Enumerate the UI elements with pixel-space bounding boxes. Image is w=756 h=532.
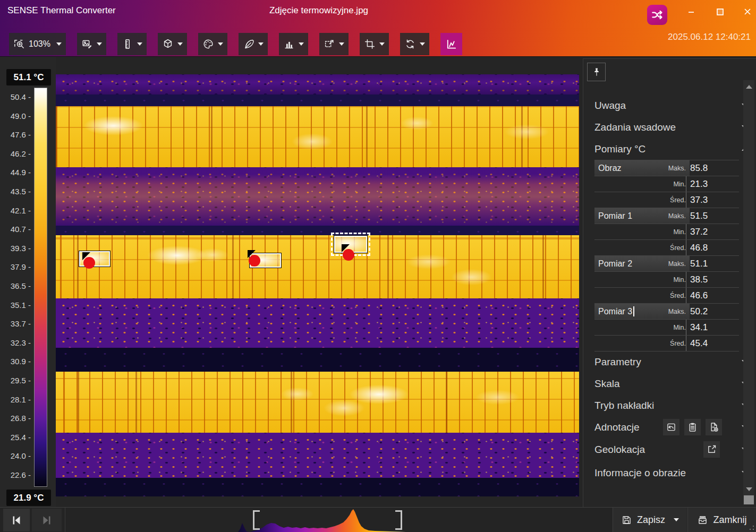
zoom-control-button[interactable]: 103% bbox=[9, 33, 66, 55]
table-row: Śred. 37.3 bbox=[594, 192, 739, 208]
palette-button[interactable] bbox=[198, 33, 227, 55]
stat-value: 34.1 bbox=[686, 320, 739, 335]
view-3d-button[interactable] bbox=[158, 33, 187, 55]
section-label: Tryb nakładki bbox=[594, 400, 654, 411]
app-title: SENSE Thermal Converter bbox=[7, 5, 116, 16]
histogram-button[interactable] bbox=[440, 33, 462, 55]
section-label: Pomiary °C bbox=[594, 143, 645, 155]
annotation-add-note-button[interactable] bbox=[706, 419, 722, 435]
close-file-button[interactable]: Zamknij bbox=[687, 508, 756, 532]
table-row: Min. 21.3 bbox=[594, 176, 739, 192]
annotation-clipboard-button[interactable] bbox=[684, 419, 701, 435]
scrollbar-down-arrow[interactable] bbox=[743, 484, 754, 494]
stat-value: 50.2 bbox=[686, 304, 739, 319]
table-row: Pomiar 3 Maks. 50.2 bbox=[594, 303, 739, 319]
scale-tick: 36.5 bbox=[11, 281, 31, 290]
scale-tick: 43.5 bbox=[11, 187, 31, 196]
histogram-range-left-handle[interactable] bbox=[253, 510, 260, 530]
minimize-icon bbox=[686, 6, 696, 17]
table-row: Pomiar 2 Maks. 51.1 bbox=[594, 255, 739, 271]
stat-label: Śred. bbox=[654, 340, 686, 347]
pin-panel-button[interactable] bbox=[587, 63, 606, 81]
crop-button[interactable] bbox=[360, 33, 389, 55]
stat-value: 51.1 bbox=[686, 256, 739, 271]
scale-tick: 28.1 bbox=[11, 394, 31, 404]
stat-label: Min. bbox=[654, 228, 686, 236]
thermal-row-shadow bbox=[56, 95, 579, 106]
chart-button[interactable] bbox=[279, 33, 308, 55]
save-label: Zapisz bbox=[637, 514, 665, 526]
measurement-name-field[interactable]: Obraz bbox=[594, 164, 654, 173]
table-row: Śred. 46.8 bbox=[594, 239, 739, 255]
scale-tick: 32.3 bbox=[11, 338, 31, 347]
scale-tick: 33.7 bbox=[11, 319, 31, 328]
chevron-down-icon bbox=[299, 42, 304, 46]
image-edit-button[interactable] bbox=[77, 33, 106, 55]
panel-scrollbar[interactable] bbox=[743, 80, 754, 505]
section-zadania-wsadowe[interactable]: Zadania wsadowe bbox=[594, 119, 739, 135]
scrollbar-up-arrow[interactable] bbox=[743, 81, 754, 92]
histogram-range-right-handle[interactable] bbox=[395, 510, 402, 530]
scale-tick: 40.7 bbox=[11, 225, 31, 234]
measurement-name: Pomiar 1 bbox=[598, 211, 632, 221]
resize-button[interactable] bbox=[319, 33, 349, 55]
file-add-icon bbox=[708, 422, 719, 433]
chevron-down-icon bbox=[177, 42, 183, 46]
measurement-marker-1 bbox=[83, 257, 95, 269]
measurement-name-field[interactable]: Pomiar 2 bbox=[594, 259, 654, 269]
section-label: Informacje o obrazie bbox=[594, 467, 686, 479]
measurement-marker-3 bbox=[343, 249, 354, 261]
measure-button[interactable] bbox=[117, 33, 147, 55]
measurement-name: Pomiar 3 bbox=[598, 307, 632, 316]
thermal-row-ground bbox=[56, 433, 579, 478]
chevron-down-icon bbox=[379, 42, 385, 46]
geolocation-open-button[interactable] bbox=[703, 441, 720, 458]
scale-ticks: 50.449.047.646.244.943.542.140.739.337.9… bbox=[0, 97, 31, 479]
zoom-selection-icon bbox=[13, 38, 26, 50]
scale-tick: 42.1 bbox=[11, 205, 31, 214]
chevron-down-icon bbox=[339, 42, 344, 46]
divider bbox=[65, 508, 65, 532]
stat-label: Min. bbox=[654, 324, 686, 331]
rotate-button[interactable] bbox=[400, 33, 429, 55]
section-skala[interactable]: Skala bbox=[594, 376, 739, 392]
thermal-row-ground bbox=[56, 74, 579, 95]
scrollbar-thumb[interactable] bbox=[744, 495, 754, 504]
stat-value: 46.8 bbox=[686, 240, 739, 255]
ruler-icon bbox=[122, 38, 133, 50]
measurement-name-field[interactable]: Pomiar 3 bbox=[594, 306, 654, 316]
section-parametry[interactable]: Parametry bbox=[594, 354, 739, 370]
close-icon bbox=[742, 6, 753, 17]
chevron-down-icon bbox=[420, 42, 425, 46]
section-pomiary[interactable]: Pomiary °C bbox=[594, 141, 739, 157]
section-tryb-nakladki[interactable]: Tryb nakładki bbox=[594, 398, 739, 414]
save-icon bbox=[621, 514, 632, 526]
resize-icon bbox=[324, 38, 335, 50]
chevron-down-icon bbox=[56, 42, 62, 46]
section-uwaga[interactable]: Uwaga bbox=[594, 98, 739, 114]
feather-icon bbox=[243, 38, 254, 50]
close-button[interactable] bbox=[740, 5, 755, 18]
go-last-button[interactable] bbox=[32, 509, 62, 531]
pin-icon bbox=[591, 67, 602, 78]
scale-tick: 24.0 bbox=[11, 451, 31, 460]
stat-value: 46.6 bbox=[686, 288, 739, 303]
close-file-label: Zamknij bbox=[713, 514, 746, 526]
scale-tick: 35.1 bbox=[11, 300, 31, 309]
minimize-button[interactable] bbox=[683, 5, 699, 18]
measurement-name: Obraz bbox=[598, 164, 622, 173]
datetime-label: 2025.06.12 12:40:21 bbox=[668, 32, 751, 42]
go-first-button[interactable] bbox=[3, 509, 30, 531]
annotation-undo-button[interactable] bbox=[663, 419, 679, 435]
annotate-button[interactable] bbox=[239, 33, 268, 55]
measurement-name-field[interactable]: Pomiar 1 bbox=[594, 211, 654, 221]
section-informacje-o-obrazie[interactable]: Informacje o obrazie bbox=[594, 465, 739, 481]
thermal-row-panels bbox=[56, 106, 579, 167]
temperature-histogram[interactable] bbox=[207, 509, 420, 532]
thermal-image[interactable] bbox=[56, 74, 579, 496]
stat-label: Min. bbox=[654, 276, 686, 284]
thermal-row-shadow bbox=[56, 478, 579, 496]
shuffle-icon bbox=[650, 8, 664, 22]
save-button[interactable]: Zapisz bbox=[613, 508, 687, 532]
maximize-button[interactable] bbox=[712, 5, 728, 18]
